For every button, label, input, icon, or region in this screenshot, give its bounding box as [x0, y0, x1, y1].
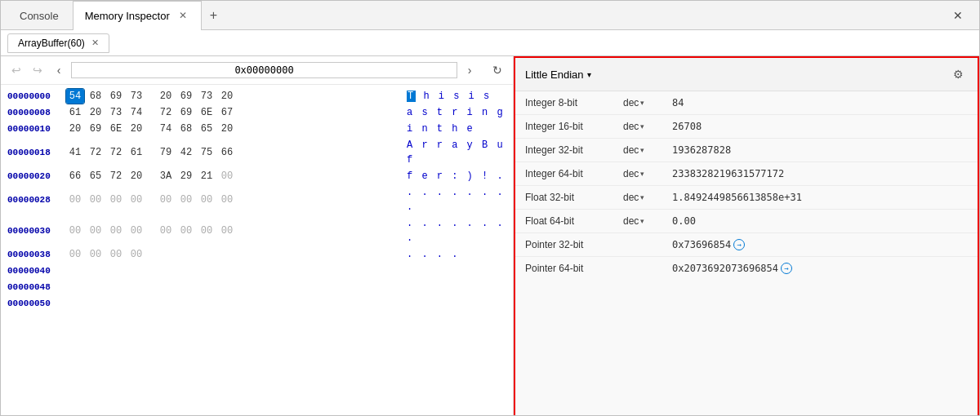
hex-byte[interactable]: 41 — [66, 145, 84, 160]
hex-byte[interactable]: 00 — [177, 223, 195, 238]
hex-byte[interactable] — [198, 247, 216, 262]
hex-byte[interactable]: 72 — [107, 169, 125, 184]
value-format-selector[interactable]: dec ▾ — [623, 97, 672, 108]
hex-byte[interactable]: 29 — [177, 169, 195, 184]
hex-byte[interactable]: 69 — [177, 89, 195, 104]
hex-byte[interactable]: 00 — [107, 223, 125, 238]
hex-byte[interactable]: 00 — [66, 247, 84, 262]
value-navigate-button[interactable]: → — [781, 263, 792, 274]
hex-byte[interactable]: 00 — [218, 169, 236, 184]
hex-byte[interactable]: 74 — [157, 122, 175, 136]
hex-byte[interactable]: 72 — [157, 105, 175, 120]
undo-button[interactable]: ↩ — [7, 61, 25, 79]
hex-byte[interactable]: 00 — [66, 193, 84, 207]
hex-byte[interactable]: 00 — [177, 193, 195, 207]
value-format-selector[interactable]: dec ▾ — [623, 215, 672, 227]
nav-bar: ↩ ↪ ‹ › ↻ — [1, 56, 513, 85]
hex-byte[interactable]: 00 — [218, 193, 236, 207]
value-format-selector[interactable]: dec ▾ — [623, 121, 672, 132]
sub-tab-arraybuffer[interactable]: ArrayBuffer(60) ✕ — [7, 33, 109, 53]
hex-byte[interactable]: 75 — [198, 145, 216, 160]
hex-byte[interactable]: 20 — [218, 122, 236, 136]
value-row: Integer 8-bitdec ▾84 — [515, 91, 978, 115]
hex-byte[interactable]: 69 — [177, 105, 195, 120]
hex-byte[interactable]: 79 — [157, 145, 175, 160]
hex-byte[interactable]: 20 — [127, 169, 145, 184]
hex-row: 000000280000000000000000. . . . . . . . — [1, 184, 513, 215]
hex-ascii: f e r : ) ! . — [400, 169, 506, 184]
hex-byte[interactable]: 00 — [127, 223, 145, 238]
hex-byte[interactable] — [218, 247, 236, 262]
hex-byte[interactable]: 00 — [66, 223, 84, 238]
hex-byte[interactable]: 20 — [157, 89, 175, 104]
endian-selector[interactable]: Little Endian ▾ — [525, 69, 591, 81]
hex-byte[interactable]: 21 — [198, 169, 216, 184]
hex-byte[interactable]: 00 — [87, 247, 105, 262]
hex-byte[interactable]: 00 — [157, 223, 175, 238]
hex-byte[interactable]: 00 — [198, 223, 216, 238]
hex-byte[interactable]: 00 — [198, 193, 216, 207]
value-format-selector[interactable]: dec ▾ — [623, 168, 672, 179]
hex-panel: ↩ ↪ ‹ › ↻ 000000005468697320697320T h i … — [1, 56, 514, 416]
tab-memory-inspector-close[interactable]: ✕ — [176, 9, 189, 22]
hex-byte[interactable]: 6E — [198, 105, 216, 120]
hex-byte[interactable]: 20 — [127, 122, 145, 136]
sub-tab-arraybuffer-label: ArrayBuffer(60) — [18, 38, 85, 49]
hex-byte[interactable]: 00 — [87, 223, 105, 238]
tab-console[interactable]: Console — [7, 1, 71, 30]
hex-byte[interactable]: 65 — [87, 169, 105, 184]
hex-byte[interactable]: 68 — [87, 89, 105, 104]
hex-byte[interactable]: 20 — [87, 105, 105, 120]
hex-byte[interactable]: 68 — [177, 122, 195, 136]
hex-row: 000000005468697320697320T h i s i s — [1, 88, 513, 104]
hex-byte[interactable]: 42 — [177, 145, 195, 160]
nav-forward-button[interactable]: › — [461, 61, 479, 79]
hex-byte[interactable]: 54 — [66, 89, 84, 104]
value-navigate-button[interactable]: → — [733, 239, 745, 250]
hex-byte[interactable]: 61 — [66, 105, 84, 120]
hex-byte[interactable]: 74 — [127, 105, 145, 120]
hex-byte[interactable]: 65 — [198, 122, 216, 136]
tab-add-button[interactable]: + — [203, 5, 224, 26]
hex-byte[interactable]: 66 — [218, 145, 236, 160]
hex-byte[interactable]: 73 — [127, 89, 145, 104]
hex-byte[interactable]: 20 — [218, 89, 236, 104]
value-format-selector[interactable]: dec ▾ — [623, 144, 672, 156]
endian-chevron-icon: ▾ — [587, 70, 591, 79]
hex-row: 00000040 — [1, 263, 513, 279]
hex-byte[interactable]: 00 — [127, 193, 145, 207]
value-type-label: Integer 16-bit — [525, 121, 623, 132]
hex-byte[interactable]: 00 — [87, 193, 105, 207]
hex-byte[interactable]: 72 — [87, 145, 105, 160]
hex-byte[interactable]: 00 — [127, 247, 145, 262]
address-input[interactable] — [71, 62, 457, 78]
tab-memory-inspector[interactable]: Memory Inspector ✕ — [73, 1, 202, 30]
hex-byte[interactable]: 00 — [107, 247, 125, 262]
hex-byte[interactable]: 00 — [107, 193, 125, 207]
hex-byte[interactable]: 00 — [157, 193, 175, 207]
hex-byte[interactable]: 3A — [157, 169, 175, 184]
sub-tab-close[interactable]: ✕ — [91, 38, 99, 48]
hex-byte[interactable]: 61 — [127, 145, 145, 160]
value-format-selector[interactable]: dec ▾ — [623, 192, 672, 203]
hex-byte[interactable]: 6E — [107, 122, 125, 136]
hex-byte[interactable]: 00 — [218, 223, 236, 238]
refresh-button[interactable]: ↻ — [488, 61, 506, 79]
hex-byte[interactable]: 66 — [66, 169, 84, 184]
hex-byte[interactable]: 73 — [198, 89, 216, 104]
value-rows: Integer 8-bitdec ▾84Integer 16-bitdec ▾2… — [515, 91, 978, 415]
window-close-button[interactable]: ✕ — [943, 6, 973, 25]
hex-byte[interactable]: 69 — [107, 89, 125, 104]
value-row: Integer 16-bitdec ▾26708 — [515, 115, 978, 139]
hex-byte[interactable]: 67 — [218, 105, 236, 120]
gear-button[interactable]: ⚙ — [948, 64, 968, 84]
hex-address: 00000038 — [7, 247, 66, 262]
hex-byte[interactable]: 20 — [66, 122, 84, 136]
hex-byte[interactable]: 73 — [107, 105, 125, 120]
hex-byte[interactable] — [177, 247, 195, 262]
hex-byte[interactable]: 69 — [87, 122, 105, 136]
nav-back-button[interactable]: ‹ — [50, 61, 68, 79]
redo-button[interactable]: ↪ — [29, 61, 47, 79]
hex-byte[interactable]: 72 — [107, 145, 125, 160]
hex-byte[interactable] — [157, 247, 175, 262]
